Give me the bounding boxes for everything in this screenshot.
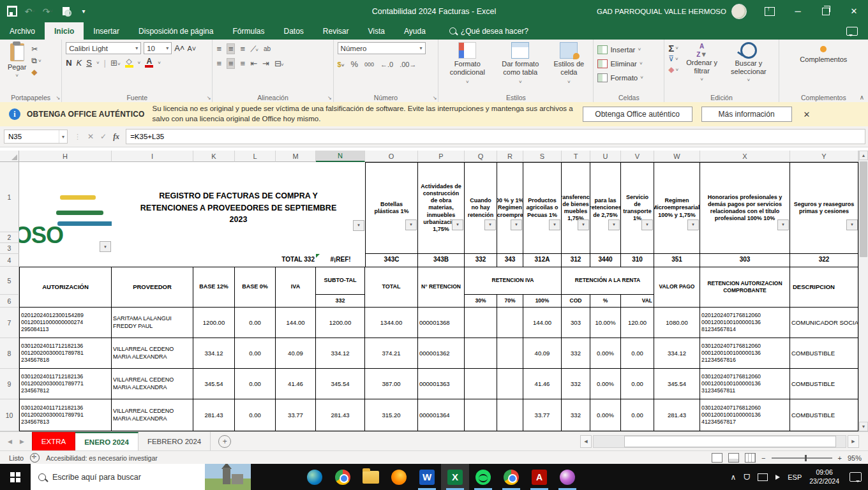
cell-retencion-autorizacion[interactable]: 0201202407176812060 0001200100100000136 … xyxy=(700,308,790,338)
autosum-icon[interactable]: Σ˅ xyxy=(668,43,678,52)
header-seguros[interactable]: Seguros y reaseguros primas y cesiones xyxy=(790,162,858,254)
cut-icon[interactable]: ✂ xyxy=(31,45,41,54)
horizontal-scroll-thumb[interactable] xyxy=(624,436,836,447)
select-all-corner[interactable] xyxy=(0,151,19,162)
th-autorizacion[interactable]: AUTORIZACIÓN xyxy=(19,267,112,308)
onedrive-icon[interactable]: ᗜ xyxy=(744,473,750,482)
tab-vista[interactable]: Vista xyxy=(359,22,394,40)
tab-archivo[interactable]: Archivo xyxy=(0,22,45,40)
merge-center-button[interactable]: ⊟˅ xyxy=(274,59,283,68)
th-num-retencion[interactable]: N° RETENCION xyxy=(418,267,465,308)
th-retencion-autorizacion[interactable]: RETENCION AUTORIZACION COMPROBANTE xyxy=(700,267,790,308)
th-30[interactable]: 30% xyxy=(465,295,497,308)
tab-revisar[interactable]: Revisar xyxy=(313,22,359,40)
zoom-in-icon[interactable]: + xyxy=(838,454,842,462)
code-312A[interactable]: 312A xyxy=(523,254,562,267)
cell-base12[interactable]: 281.43 xyxy=(193,399,235,431)
column-header-I[interactable]: I xyxy=(112,151,193,162)
cell-30[interactable] xyxy=(465,338,497,369)
header-productos-agricolas[interactable]: Productos agricoilas o Pecuas 1% xyxy=(523,162,562,254)
decrease-decimal-icon[interactable]: .00→ xyxy=(400,61,416,68)
filter-dropdown[interactable] xyxy=(846,219,858,230)
name-box[interactable]: N35▾ xyxy=(4,130,68,144)
row-header-9[interactable]: 9 xyxy=(0,369,19,399)
zoom-slider[interactable] xyxy=(772,457,832,459)
cell-cod[interactable]: 303 xyxy=(562,308,590,338)
cell-100[interactable]: 144.00 xyxy=(523,308,562,338)
cell-70[interactable] xyxy=(497,308,523,338)
percent-style-icon[interactable]: % xyxy=(350,59,358,69)
insert-cells-button[interactable]: Insertar˅ xyxy=(597,43,641,56)
tab-inicio[interactable]: Inicio xyxy=(45,22,84,40)
vertical-scrollbar[interactable]: ▲ ▼ xyxy=(858,151,868,431)
cell-iva[interactable]: 41.46 xyxy=(276,369,316,399)
align-left-button[interactable]: ≡ xyxy=(216,59,221,68)
th-70[interactable]: 70% xyxy=(497,295,523,308)
hscroll-right-icon[interactable]: ▶ xyxy=(848,435,859,448)
cell-subtotal[interactable]: 1200.00 xyxy=(316,308,365,338)
column-header-L[interactable]: L xyxy=(235,151,276,162)
th-subtotal[interactable]: SUBTO-TAL xyxy=(316,267,365,295)
tab-disposicion[interactable]: Disposición de página xyxy=(129,22,223,40)
start-button[interactable] xyxy=(0,464,31,490)
cell-proveedor[interactable]: SARITAMA LALANGUI FREDDY PAUL xyxy=(112,308,193,338)
align-center-button[interactable]: ≡ xyxy=(227,58,235,69)
normal-view-icon[interactable] xyxy=(712,453,722,463)
account-name[interactable]: GAD PARROQUIAL VALLE HERMOSO xyxy=(597,8,726,15)
tab-ayuda[interactable]: Ayuda xyxy=(394,22,435,40)
cancel-formula-icon[interactable]: ✕ xyxy=(87,132,94,141)
borders-button[interactable]: ⊞˅ xyxy=(110,58,121,68)
cell-num-retencion[interactable]: 000001362 xyxy=(418,338,465,369)
filter-dropdown[interactable] xyxy=(549,219,560,230)
cell-pct[interactable]: 10.00% xyxy=(590,308,621,338)
font-color-button[interactable]: A xyxy=(145,58,153,68)
cell-iva[interactable]: 144.00 xyxy=(276,308,316,338)
cell-100[interactable]: 33.77 xyxy=(523,399,562,431)
filter-dropdown[interactable] xyxy=(608,219,620,230)
format-as-table-button[interactable]: Dar formato como tabla˅ xyxy=(492,42,548,86)
clipboard-dialog-launcher[interactable]: ↘ xyxy=(56,95,60,101)
column-header-W[interactable]: W xyxy=(654,151,700,162)
alignment-dialog-launcher[interactable]: ↘ xyxy=(327,95,332,101)
row-header-2[interactable]: 2 xyxy=(0,232,19,243)
header-regimen-micro[interactable]: 100 % y 1%.- Regimen microempresa xyxy=(497,162,523,254)
sheet-tab-febrero-2024[interactable]: FEBRERO 2024 xyxy=(138,432,211,451)
file-explorer-icon[interactable] xyxy=(357,464,385,490)
save-icon[interactable] xyxy=(6,6,18,17)
header-botellas[interactable]: Botellas plásticas 1% xyxy=(365,162,418,254)
align-right-button[interactable]: ≡ xyxy=(241,59,245,68)
th-proveedor[interactable]: PROVEEDOR xyxy=(112,267,193,308)
cell-total[interactable]: 1344.00 xyxy=(365,308,418,338)
customize-qat-icon[interactable]: ▾ xyxy=(78,6,89,17)
column-header-M[interactable]: M xyxy=(276,151,316,162)
header-honorarios[interactable]: Honorarios profesionales y demás pagos p… xyxy=(700,162,790,254)
code-303[interactable]: 303 xyxy=(700,254,790,267)
tray-expand-icon[interactable]: ∧ xyxy=(731,473,737,482)
warning-close-icon[interactable]: ✕ xyxy=(804,110,811,119)
sheet-nav-right-icon[interactable]: ▶ xyxy=(20,438,24,445)
header-servicio-transporte[interactable]: Servicio de transporte 1% xyxy=(621,162,654,254)
th-val[interactable]: VAL xyxy=(621,295,654,308)
restore-button[interactable] xyxy=(812,0,840,22)
horizontal-scrollbar[interactable] xyxy=(593,435,846,448)
cell-val[interactable]: 0.00 xyxy=(621,399,654,431)
new-sheet-icon[interactable]: + xyxy=(218,435,231,448)
row-header-7[interactable]: 7 xyxy=(0,308,19,338)
grow-font-button[interactable]: A˄ xyxy=(174,43,184,53)
cell-30[interactable] xyxy=(465,369,497,399)
cell-30[interactable] xyxy=(465,308,497,338)
fill-color-button[interactable]: ◇ xyxy=(125,58,133,68)
cell-retencion-autorizacion[interactable]: 0301202407176812060 0001200100100000136 … xyxy=(700,369,790,399)
vertical-scroll-thumb[interactable] xyxy=(860,161,867,257)
cell-retencion-autorizacion[interactable]: 0301202407176812060 0001200100100000136 … xyxy=(700,338,790,369)
column-header-Q[interactable]: Q xyxy=(465,151,497,162)
column-header-S[interactable]: S xyxy=(523,151,562,162)
accessibility-status[interactable]: Accesibilidad: es necesario investigar xyxy=(46,454,158,462)
acrobat-icon[interactable]: A xyxy=(525,464,553,490)
code-351[interactable]: 351 xyxy=(654,254,700,267)
code-3440[interactable]: 3440 xyxy=(590,254,621,267)
redo-icon[interactable]: ↷˅ xyxy=(42,6,54,17)
code-312[interactable]: 312 xyxy=(562,254,590,267)
align-top-button[interactable]: ≡ xyxy=(216,44,221,54)
collapse-ribbon-icon[interactable]: ∧ xyxy=(860,94,864,101)
